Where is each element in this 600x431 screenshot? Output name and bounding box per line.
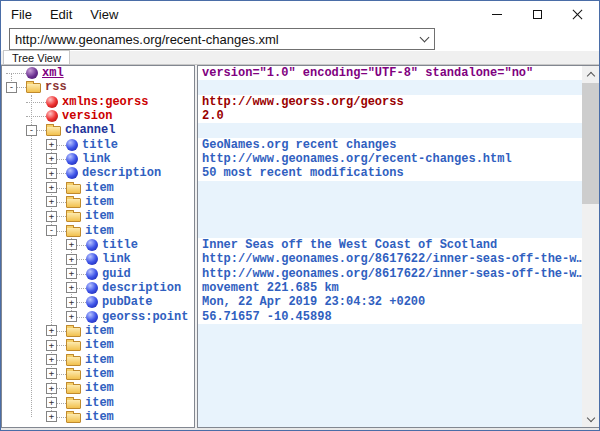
tree-node-label[interactable]: georss:point: [102, 310, 188, 324]
tree-node-label[interactable]: description: [102, 281, 181, 295]
tree-node-label[interactable]: xmlns:georss: [62, 95, 148, 109]
expand-icon[interactable]: +: [46, 354, 57, 365]
tree-node-georss-point[interactable]: +georss:point: [2, 310, 194, 324]
tree-node-item[interactable]: +item: [2, 181, 194, 195]
collapse-icon[interactable]: -: [46, 225, 57, 236]
tree-node-label[interactable]: rss: [45, 80, 67, 94]
expand-icon[interactable]: +: [46, 196, 57, 207]
tree-node-item[interactable]: +item: [2, 367, 194, 381]
collapse-icon[interactable]: -: [26, 125, 37, 136]
value-row: Inner Seas off the West Coast of Scotlan…: [198, 238, 582, 252]
close-button[interactable]: [557, 1, 597, 28]
value-row: 56.71657 -10.45898: [198, 310, 582, 324]
tree-node-label[interactable]: channel: [65, 123, 115, 137]
scrollbar-up-button[interactable]: [582, 66, 599, 83]
tree-node-item[interactable]: +item: [2, 338, 194, 352]
expand-icon[interactable]: +: [66, 311, 77, 322]
tree-node-channel[interactable]: -channel: [2, 123, 194, 137]
expand-icon[interactable]: +: [66, 254, 77, 265]
value-row-blank: [198, 224, 582, 238]
minimize-button[interactable]: [477, 1, 517, 28]
tree-node-title[interactable]: +title: [2, 238, 194, 252]
tree-node-label[interactable]: item: [85, 224, 114, 238]
expand-icon[interactable]: +: [66, 297, 77, 308]
tree-node-description[interactable]: +description: [2, 166, 194, 180]
tree-node-description[interactable]: +description: [2, 281, 194, 295]
tree-node-label[interactable]: link: [82, 152, 111, 166]
tree-node-xmlns-georss[interactable]: xmlns:georss: [2, 95, 194, 109]
tree-node-label[interactable]: description: [82, 166, 161, 180]
menu-file[interactable]: File: [3, 5, 40, 24]
expand-icon[interactable]: +: [46, 182, 57, 193]
expand-icon[interactable]: +: [46, 397, 57, 408]
vertical-scrollbar[interactable]: [582, 65, 599, 428]
tree-node-guid[interactable]: +guid: [2, 267, 194, 281]
tree-node-item[interactable]: -item: [2, 224, 194, 238]
tree-connector: +: [66, 267, 86, 281]
menu-view[interactable]: View: [82, 5, 126, 24]
tree-node-item[interactable]: +item: [2, 396, 194, 410]
tree-panel[interactable]: xml-rssxmlns:georssversion-channel+title…: [1, 65, 195, 428]
tree-node-label[interactable]: item: [85, 367, 114, 381]
expand-icon[interactable]: +: [46, 368, 57, 379]
expand-icon[interactable]: +: [46, 411, 57, 422]
tree-node-item[interactable]: +item: [2, 353, 194, 367]
address-combobox[interactable]: [9, 28, 435, 50]
folder-icon: [66, 198, 81, 208]
tree-node-item[interactable]: +item: [2, 209, 194, 223]
tree-node-label[interactable]: title: [82, 138, 118, 152]
expand-icon[interactable]: +: [46, 340, 57, 351]
attribute-icon: [46, 96, 58, 108]
scrollbar-thumb[interactable]: [582, 83, 599, 204]
expand-icon[interactable]: +: [46, 153, 57, 164]
tree-node-item[interactable]: +item: [2, 324, 194, 338]
tree-node-label[interactable]: item: [85, 181, 114, 195]
folder-icon: [66, 399, 81, 409]
tree-node-item[interactable]: +item: [2, 381, 194, 395]
tab-tree-view[interactable]: Tree View: [3, 50, 70, 64]
tree-node-label[interactable]: item: [85, 353, 114, 367]
tree-node-label[interactable]: version: [62, 109, 112, 123]
expand-icon[interactable]: +: [46, 139, 57, 150]
tree-node-label[interactable]: item: [85, 381, 114, 395]
value-row-blank: [198, 209, 582, 223]
tree-node-label[interactable]: guid: [102, 267, 131, 281]
tree-node-link[interactable]: +link: [2, 252, 194, 266]
tree-node-rss[interactable]: -rss: [2, 80, 194, 94]
expand-icon[interactable]: +: [66, 239, 77, 250]
tree-node-label[interactable]: link: [102, 252, 131, 266]
expand-icon[interactable]: +: [46, 383, 57, 394]
tree-node-label[interactable]: item: [85, 324, 114, 338]
tree-node-xml[interactable]: xml: [2, 66, 194, 80]
window-controls: [477, 1, 597, 28]
expand-icon[interactable]: +: [66, 282, 77, 293]
tree-connector: +: [66, 281, 86, 295]
tree-node-label[interactable]: pubDate: [102, 295, 152, 309]
tree-node-item[interactable]: +item: [2, 410, 194, 424]
tree-node-label[interactable]: item: [85, 209, 114, 223]
expand-icon[interactable]: +: [46, 325, 57, 336]
tree-connector: +: [46, 195, 66, 209]
address-dropdown-button[interactable]: [414, 29, 434, 49]
tree-node-link[interactable]: +link: [2, 152, 194, 166]
address-input[interactable]: [10, 30, 414, 48]
menu-edit[interactable]: Edit: [42, 5, 80, 24]
tree-node-pubdate[interactable]: +pubDate: [2, 295, 194, 309]
tree-node-label[interactable]: item: [85, 410, 114, 424]
collapse-icon[interactable]: -: [6, 82, 17, 93]
tree-node-label[interactable]: title: [102, 238, 138, 252]
value-row: version="1.0" encoding="UTF-8" standalon…: [198, 66, 582, 80]
tree-node-label[interactable]: item: [85, 338, 114, 352]
folder-icon: [66, 212, 81, 222]
tree-node-label[interactable]: item: [85, 195, 114, 209]
tree-node-title[interactable]: +title: [2, 138, 194, 152]
expand-icon[interactable]: +: [46, 211, 57, 222]
maximize-button[interactable]: [517, 1, 557, 28]
tree-node-label[interactable]: xml: [42, 66, 64, 80]
tree-node-label[interactable]: item: [85, 396, 114, 410]
tree-node-version[interactable]: version: [2, 109, 194, 123]
tree-node-item[interactable]: +item: [2, 195, 194, 209]
expand-icon[interactable]: +: [46, 168, 57, 179]
scrollbar-down-button[interactable]: [582, 410, 599, 427]
expand-icon[interactable]: +: [66, 268, 77, 279]
